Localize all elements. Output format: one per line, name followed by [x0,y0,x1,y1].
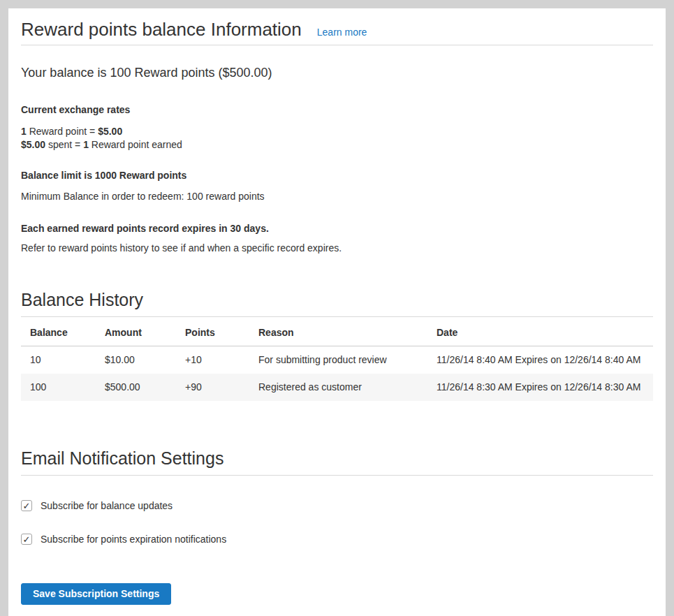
table-row: 10 $10.00 +10 For submitting product rev… [21,346,653,374]
column-header-reason: Reason [249,317,427,346]
balance-history-heading: Balance History [21,289,653,310]
cell-reason: For submitting product review [249,346,427,374]
balance-updates-checkbox-row[interactable]: ✓ Subscribe for balance updates [21,499,173,513]
exchange-rates-heading: Current exchange rates [21,104,653,116]
expiration-notifications-checkbox-row[interactable]: ✓ Subscribe for points expiration notifi… [21,532,226,546]
column-header-balance: Balance [21,317,96,346]
expiration-notifications-label: Subscribe for points expiration notifica… [41,532,226,546]
header-divider [21,45,653,45]
save-subscription-button[interactable]: Save Subscription Settings [21,583,171,605]
cell-amount: $10.00 [96,346,176,374]
email-settings-heading: Email Notification Settings [21,448,653,469]
checkmark-icon: ✓ [23,535,31,544]
column-header-date: Date [427,317,653,346]
cell-date: 11/26/14 8:40 AM Expires on 12/26/14 8:4… [427,346,653,374]
cell-amount: $500.00 [96,374,176,401]
earn-rate-line: 1 Reward point = $5.00 [21,126,122,137]
email-settings-divider [21,475,653,476]
minimum-balance-note: Minimum Balance in order to redeem: 100 … [21,191,653,203]
table-row: 100 $500.00 +90 Registered as customer 1… [21,374,653,401]
cell-balance: 10 [21,346,96,374]
balance-limit-heading: Balance limit is 1000 Reward points [21,170,653,182]
page-title: Reward points balance Information [21,19,302,41]
spend-rate-line: $5.00 spent = 1 Reward point earned [21,139,182,150]
checkmark-icon: ✓ [23,501,31,511]
reward-points-card: Reward points balance Information Learn … [8,8,666,616]
exchange-rate-lines: 1 Reward point = $5.00 $5.00 spent = 1 R… [21,125,653,152]
balance-history-table: Balance Amount Points Reason Date 10 $10… [21,317,653,401]
cell-reason: Registered as customer [249,374,427,401]
balance-updates-checkbox[interactable]: ✓ [21,500,32,511]
column-header-amount: Amount [96,317,176,346]
cell-points: +10 [176,346,249,374]
column-header-points: Points [176,317,249,346]
cell-balance: 100 [21,374,96,401]
cell-points: +90 [176,374,249,401]
expiration-note: Refer to reward points history to see if… [21,242,653,254]
balance-summary: Your balance is 100 Reward points ($500.… [21,65,653,80]
expiration-heading: Each earned reward points record expires… [21,223,653,235]
balance-updates-label: Subscribe for balance updates [41,499,173,513]
cell-date: 11/26/14 8:30 AM Expires on 12/26/14 8:3… [427,374,653,401]
learn-more-link[interactable]: Learn more [317,27,367,38]
table-header-row: Balance Amount Points Reason Date [21,317,653,346]
expiration-notifications-checkbox[interactable]: ✓ [21,534,32,545]
page-header: Reward points balance Information Learn … [21,8,653,41]
